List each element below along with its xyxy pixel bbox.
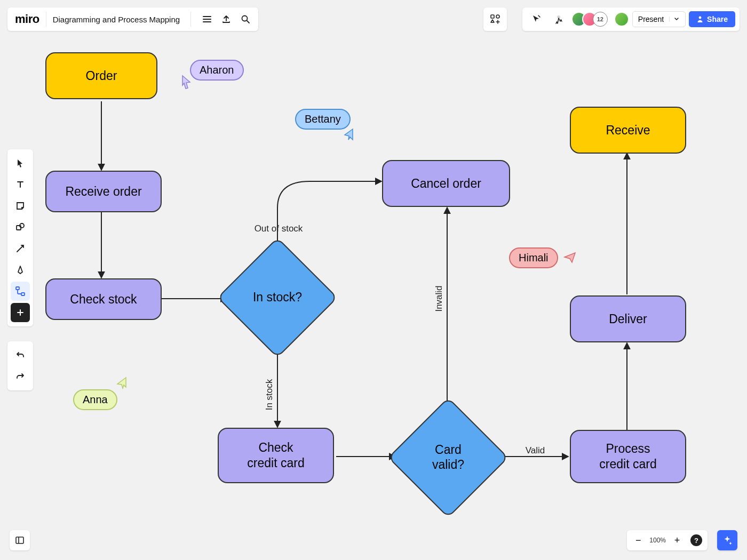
node-in-stock-decision[interactable]: In stock? xyxy=(235,255,320,340)
sticky-tool[interactable] xyxy=(11,196,30,215)
node-label: Process credit card xyxy=(599,441,656,472)
present-button[interactable]: Present xyxy=(632,11,686,27)
edge-label: Invalid xyxy=(434,285,444,311)
node-check-credit-card[interactable]: Check credit card xyxy=(218,428,334,483)
node-label: Cancel order xyxy=(411,177,481,191)
svg-rect-7 xyxy=(21,293,25,295)
cursor-label: Anna xyxy=(73,389,117,410)
svg-point-2 xyxy=(496,15,499,18)
shapes-tool[interactable] xyxy=(11,218,30,237)
ai-assist-button[interactable] xyxy=(717,530,737,550)
divider xyxy=(46,12,46,27)
cursor-label: Bettany xyxy=(295,109,351,130)
node-process-credit-card[interactable]: Process credit card xyxy=(570,430,686,483)
node-deliver[interactable]: Deliver xyxy=(570,295,686,342)
share-label: Share xyxy=(707,15,728,23)
line-tool[interactable] xyxy=(11,239,30,258)
cursor-icon xyxy=(563,252,577,265)
menu-icon[interactable] xyxy=(197,10,217,29)
cursor-icon xyxy=(180,75,192,90)
svg-rect-6 xyxy=(16,287,19,290)
node-label: Check credit card xyxy=(247,440,304,471)
apps-icon[interactable] xyxy=(483,7,507,31)
cursor-label: Aharon xyxy=(190,60,244,81)
zoom-bar: − 100% + ? xyxy=(627,530,708,550)
cursor-aharon: Aharon xyxy=(190,60,244,81)
avatar-stack[interactable]: 12 xyxy=(571,12,608,27)
svg-rect-1 xyxy=(491,15,494,18)
more-tool[interactable] xyxy=(11,303,30,322)
node-label: Card valid? xyxy=(406,415,491,500)
search-icon[interactable] xyxy=(236,10,255,29)
cursor-icon xyxy=(115,377,128,389)
avatar-me[interactable] xyxy=(614,12,629,27)
top-bar: miro Diagramming and Process Mapping xyxy=(7,7,258,31)
export-icon[interactable] xyxy=(217,10,236,29)
edge-label: Valid xyxy=(526,445,545,455)
cursor-bettany: Bettany xyxy=(295,109,351,130)
share-button[interactable]: Share xyxy=(689,11,735,27)
zoom-out-button[interactable]: − xyxy=(632,534,644,546)
node-receive-order[interactable]: Receive order xyxy=(45,171,162,212)
collab-bar: 12 Present Share xyxy=(522,7,740,31)
avatar-overflow[interactable]: 12 xyxy=(593,12,608,27)
node-label: Receive xyxy=(606,123,650,138)
edge-label: In stock xyxy=(264,379,274,410)
zoom-in-button[interactable]: + xyxy=(671,534,683,546)
node-cancel-order[interactable]: Cancel order xyxy=(382,160,510,207)
text-tool[interactable] xyxy=(11,175,30,194)
person-icon xyxy=(696,15,704,23)
cursor-mode-icon[interactable] xyxy=(527,10,546,29)
zoom-value[interactable]: 100% xyxy=(649,537,666,544)
cursor-icon xyxy=(343,128,355,141)
node-label: Deliver xyxy=(609,312,647,326)
diagram-tool[interactable] xyxy=(11,282,30,301)
node-order[interactable]: Order xyxy=(45,52,157,99)
node-label: Receive order xyxy=(65,185,141,199)
svg-point-3 xyxy=(699,17,702,19)
board-title[interactable]: Diagramming and Process Mapping xyxy=(53,15,184,24)
node-receive[interactable]: Receive xyxy=(570,107,686,154)
present-label: Present xyxy=(638,15,664,23)
logo[interactable]: miro xyxy=(15,12,39,26)
pen-tool[interactable] xyxy=(11,260,30,279)
cursor-himali: Himali xyxy=(509,247,577,268)
edge-label: Out of stock xyxy=(255,223,303,234)
node-card-valid-decision[interactable]: Card valid? xyxy=(406,415,491,500)
divider xyxy=(190,12,191,27)
panel-toggle-icon[interactable] xyxy=(10,530,30,550)
node-label: In stock? xyxy=(235,255,320,340)
redo-button[interactable] xyxy=(11,367,30,386)
reactions-icon[interactable] xyxy=(549,10,568,29)
cursor-anna: Anna xyxy=(73,389,117,410)
select-tool[interactable] xyxy=(11,154,30,173)
node-label: Check stock xyxy=(70,292,137,307)
cursor-label: Himali xyxy=(509,247,558,268)
toolbar xyxy=(7,149,33,326)
svg-point-0 xyxy=(242,16,248,21)
help-button[interactable]: ? xyxy=(690,534,702,546)
node-label: Order xyxy=(86,69,117,83)
undo-button[interactable] xyxy=(11,346,30,365)
node-check-stock[interactable]: Check stock xyxy=(45,278,162,320)
history-bar xyxy=(7,341,33,390)
svg-rect-17 xyxy=(16,537,23,543)
chevron-down-icon[interactable] xyxy=(669,17,680,22)
